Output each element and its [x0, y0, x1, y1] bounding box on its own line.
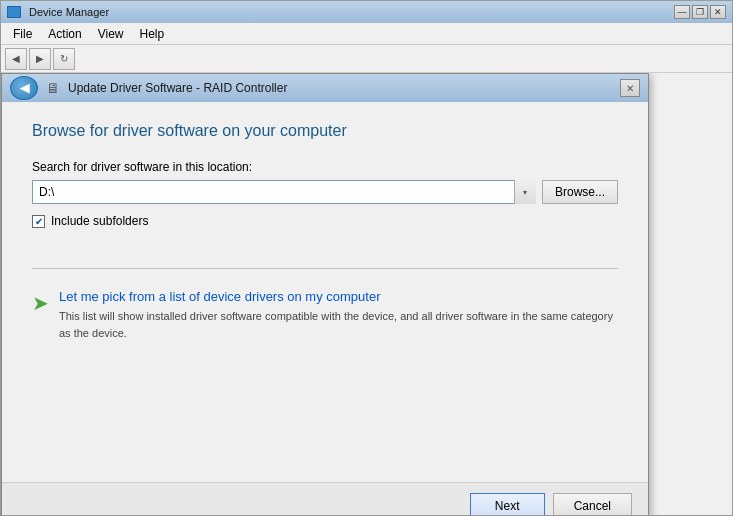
titlebar-buttons: — ❐ ✕ [674, 5, 726, 19]
titlebar-icon [7, 6, 21, 18]
dropdown-arrow-button[interactable]: ▾ [514, 180, 536, 204]
pick-driver-description: This list will show installed driver sof… [59, 308, 618, 341]
main-content: ▼ ray-P ▶ Di ▶ Di ▶ DV ▶ FL [1, 73, 732, 515]
driver-title-icon: 🖥 [46, 80, 60, 96]
restore-button[interactable]: ❐ [692, 5, 708, 19]
location-input[interactable] [32, 180, 536, 204]
divider [32, 268, 618, 269]
menu-action[interactable]: Action [40, 25, 89, 43]
cancel-button[interactable]: Cancel [553, 493, 632, 516]
dialog-title: Update Driver Software - RAID Controller [68, 81, 612, 95]
update-driver-dialog: ◀ 🖥 Update Driver Software - RAID Contro… [1, 73, 649, 515]
location-row: ▾ Browse... [32, 180, 618, 204]
dialog-close-button[interactable]: ✕ [620, 79, 640, 97]
pick-driver-content: Let me pick from a list of device driver… [59, 289, 618, 341]
titlebar: Device Manager — ❐ ✕ [1, 1, 732, 23]
search-label: Search for driver software in this locat… [32, 160, 618, 174]
location-input-wrapper: ▾ [32, 180, 536, 204]
forward-toolbar-button[interactable]: ▶ [29, 48, 51, 70]
dialog-body: Browse for driver software on your compu… [2, 102, 648, 482]
pick-driver-link[interactable]: Let me pick from a list of device driver… [59, 289, 618, 304]
minimize-button[interactable]: — [674, 5, 690, 19]
titlebar-title: Device Manager [29, 6, 668, 18]
menu-view[interactable]: View [90, 25, 132, 43]
dialog-titlebar: ◀ 🖥 Update Driver Software - RAID Contro… [2, 74, 648, 102]
include-subfolders-row: ✔ Include subfolders [32, 214, 618, 228]
include-subfolders-checkbox[interactable]: ✔ [32, 215, 45, 228]
dialog-heading: Browse for driver software on your compu… [32, 122, 618, 140]
device-manager-window: Device Manager — ❐ ✕ File Action View He… [0, 0, 733, 516]
back-toolbar-button[interactable]: ◀ [5, 48, 27, 70]
toolbar: ◀ ▶ ↻ [1, 45, 732, 73]
pick-driver-row: ➤ Let me pick from a list of device driv… [32, 289, 618, 341]
menu-file[interactable]: File [5, 25, 40, 43]
menu-help[interactable]: Help [132, 25, 173, 43]
menubar: File Action View Help [1, 23, 732, 45]
dialog-footer: Next Cancel [2, 482, 648, 515]
green-arrow-icon: ➤ [32, 291, 49, 315]
close-button[interactable]: ✕ [710, 5, 726, 19]
next-button[interactable]: Next [470, 493, 545, 516]
browse-button[interactable]: Browse... [542, 180, 618, 204]
include-subfolders-label: Include subfolders [51, 214, 148, 228]
refresh-toolbar-button[interactable]: ↻ [53, 48, 75, 70]
dialog-back-button[interactable]: ◀ [10, 76, 38, 100]
